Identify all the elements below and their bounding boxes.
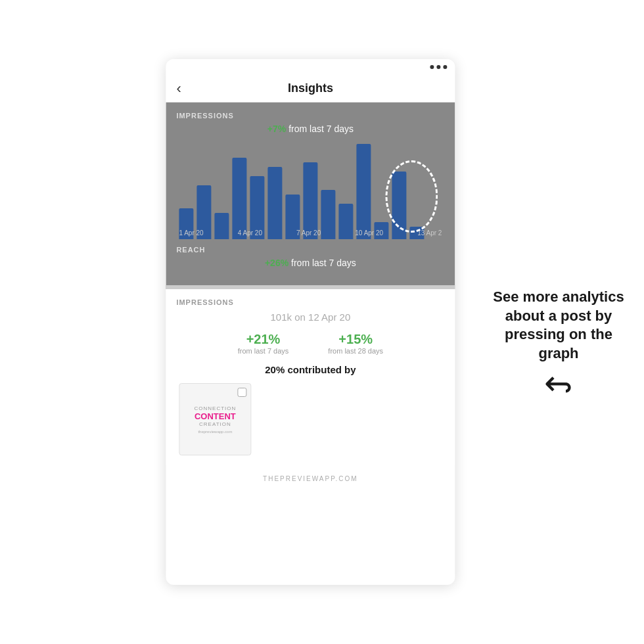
bar-3 [232,158,246,239]
stat-28days-value: +15% [328,332,383,347]
battery-icon [443,65,447,69]
reach-change-text: +26% from last 7 days [176,258,444,268]
detail-section: IMPRESSIONS 101k on 12 Apr 20 +21% from … [166,289,455,465]
annotation: See more analytics about a post by press… [493,288,624,402]
thumbnail-subtext: thepreviewapp.com [198,430,232,434]
stat-7days: +21% from last 7 days [238,332,289,355]
thumbnail-line3: CREATION [199,421,231,427]
bar-5 [267,167,282,239]
thumbnail-checkbox [237,388,246,397]
annotation-text: See more analytics about a post by press… [493,288,624,363]
app-header: ‹ Insights [166,75,455,103]
bars-container [176,141,444,239]
x-label-5: 13 Apr 2 [417,229,442,237]
x-label-1: 1 Apr 20 [179,229,203,237]
signal-icon [430,65,434,69]
post-thumbnail[interactable]: CONNECTION CONTENT CREATION thepreviewap… [179,383,251,455]
wifi-icon [436,65,440,69]
x-axis-labels: 1 Apr 20 4 Apr 20 7 Apr 20 10 Apr 20 13 … [176,229,444,237]
page-wrapper: ‹ Insights IMPRESSIONS +7% from last 7 d… [0,0,644,644]
footer-text: THEPREVIEWAPP.COM [166,475,455,482]
stat-28days: +15% from last 28 days [328,332,383,355]
reach-label: REACH [176,246,444,254]
x-label-3: 7 Apr 20 [296,229,321,237]
impressions-label: IMPRESSIONS [176,112,444,120]
phone-mockup: ‹ Insights IMPRESSIONS +7% from last 7 d… [166,59,455,585]
stat-7days-desc: from last 7 days [238,347,289,355]
back-button[interactable]: ‹ [176,80,181,97]
contributed-label: 20% contributed by [176,364,444,375]
stats-row: +21% from last 7 days +15% from last 28 … [176,332,444,355]
x-label-2: 4 Apr 20 [238,229,262,237]
status-icons [430,65,447,69]
bar-7 [303,162,317,239]
status-bar [166,59,455,75]
arrow-icon: ↩ [493,368,624,402]
bar-10 [356,144,371,239]
x-label-4: 10 Apr 20 [355,229,383,237]
reach-section: REACH +26% from last 7 days [166,239,455,289]
thumbnail-line1: CONNECTION [195,405,237,411]
stat-7days-value: +21% [238,332,289,347]
detail-impressions-label: IMPRESSIONS [176,298,444,306]
reach-change-value: +26% [265,258,288,268]
impressions-change-value: +7% [267,124,286,134]
impressions-chart[interactable]: 1 Apr 20 4 Apr 20 7 Apr 20 10 Apr 20 13 … [176,141,444,239]
detail-main-value: 101k on 12 Apr 20 [176,311,444,323]
page-title: Insights [288,81,333,95]
stat-28days-desc: from last 28 days [328,347,383,355]
impressions-change-text: +7% from last 7 days [176,124,444,134]
impressions-section: IMPRESSIONS +7% from last 7 days 1 Apr 2… [166,103,455,239]
thumbnail-line2: CONTENT [195,411,236,421]
footer: THEPREVIEWAPP.COM [166,465,455,488]
